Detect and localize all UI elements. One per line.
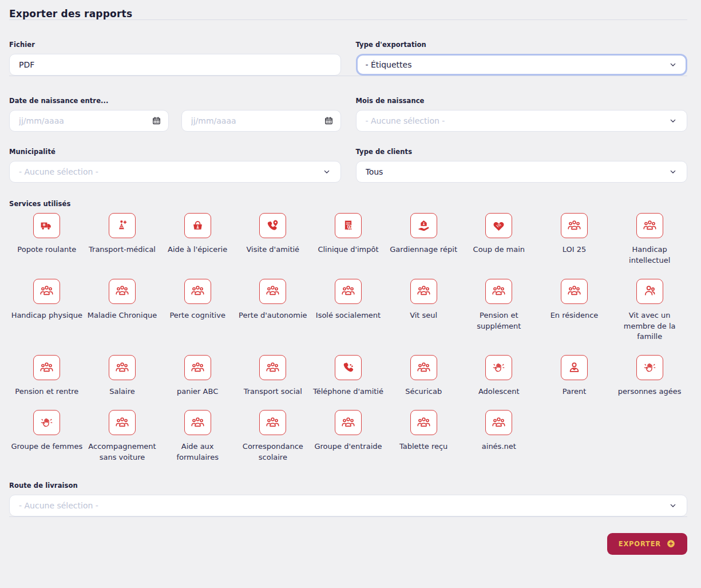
service-label: Perte cognitive [168,310,227,321]
birthdate-row: Date de naissance entre... Mois de naiss… [9,97,687,132]
date-end-input[interactable] [181,110,341,132]
people-group-icon [561,213,588,238]
service-item[interactable]: Vit seul [386,279,461,343]
route-livraison-label: Route de livraison [9,482,687,490]
type-clients-label: Type de clients [356,148,688,156]
field-type-clients: Type de clients Tous [356,148,688,183]
service-label: Aide aux formulaires [160,441,235,463]
people-group-icon [335,279,362,304]
chevron-down-icon [668,501,678,510]
type-exportation-value: - Étiquettes [366,60,412,69]
service-item[interactable]: Groupe d'entraide [311,410,386,463]
service-item[interactable]: Aide aux formulaires [160,410,235,463]
service-item[interactable]: Accompagnement sans voiture [85,410,160,463]
service-item[interactable]: Perte d'autonomie [235,279,311,343]
services-label: Services utilisés [9,200,687,208]
type-clients-value: Tous [366,167,383,176]
service-label: Pension et rentre [14,386,80,397]
service-item[interactable]: Groupe de femmes [9,410,85,463]
mois-naissance-value: - Aucune sélection - [366,116,445,125]
service-item[interactable]: Sécuricab [386,355,461,397]
service-item[interactable]: ainés.net [461,410,537,463]
service-item[interactable]: Gardiennage répit [386,213,461,266]
municipalite-select[interactable]: - Aucune sélection - [9,161,341,183]
service-label: Parent [561,386,588,397]
service-item[interactable]: personnes agées [612,355,687,397]
fichier-label: Fichier [9,41,341,49]
service-item[interactable]: panier ABC [160,355,235,397]
type-exportation-select[interactable]: - Étiquettes [356,54,688,76]
field-type-exportation: Type d'exportation - Étiquettes [356,41,688,76]
service-item[interactable]: Handicap physique [9,279,85,343]
date-end-wrap [181,110,341,132]
person-icon [561,355,588,380]
people-group-icon [636,213,663,238]
service-label: ainés.net [481,441,517,452]
route-livraison-select[interactable]: - Aucune sélection - [9,495,687,516]
services-section: Services utilisés Popote roulanteTranspo… [9,200,687,463]
service-item[interactable]: Aide à l'épicerie [160,213,235,266]
fichier-input[interactable] [9,54,341,76]
chevron-down-icon [668,116,678,125]
people-group-icon [109,355,136,380]
service-label: Salaire [108,386,136,397]
people-group-icon [33,279,60,304]
service-item[interactable]: Maladie Chronique [85,279,160,343]
service-label: Accompagnement sans voiture [85,441,160,463]
service-item[interactable]: Coup de main [461,213,537,266]
service-item[interactable]: Pension et rentre [9,355,85,397]
service-label: Perte d'autonomie [237,310,308,321]
people-group-icon [184,355,211,380]
service-label: Adolescent [477,386,521,397]
medical-person-icon [109,213,136,238]
service-item[interactable]: Pension et supplément [461,279,537,343]
municipalite-value: - Aucune sélection - [19,167,98,176]
export-button-label: EXPORTER [619,540,661,548]
divider [9,19,687,20]
service-label: panier ABC [176,386,219,397]
service-item[interactable]: Transport-médical [85,213,160,266]
service-label: Aide à l'épicerie [167,244,228,255]
mois-naissance-select[interactable]: - Aucune sélection - [356,110,688,132]
service-item[interactable]: Handicap intellectuel [612,213,687,266]
people-group-icon [184,410,211,435]
service-label: Isolé socialement [315,310,382,321]
service-item[interactable]: Isolé socialement [311,279,386,343]
people-group-icon [259,410,286,435]
service-item[interactable]: Adolescent [461,355,537,397]
people-group-icon [410,355,437,380]
service-item[interactable]: Téléphone d'amitié [311,355,386,397]
service-item[interactable]: Clinique d'impôt [311,213,386,266]
service-label: Maladie Chronique [86,310,158,321]
raised-hand-icon [485,355,512,380]
route-livraison-value: - Aucune sélection - [19,501,98,510]
service-item[interactable]: En résidence [537,279,612,343]
service-label: Sécuricab [404,386,443,397]
service-label: personnes agées [617,386,683,397]
service-item[interactable]: Parent [537,355,612,397]
people-group-icon [410,410,437,435]
service-label: Transport-médical [88,244,157,255]
service-item[interactable]: Transport social [235,355,311,397]
service-label: Vit seul [409,310,438,321]
service-item[interactable]: Perte cognitive [160,279,235,343]
service-item[interactable]: LOI 25 [537,213,612,266]
service-item[interactable]: Popote roulante [9,213,85,266]
raised-hand-icon [636,355,663,380]
file-export-row: Fichier Type d'exportation - Étiquettes [9,41,687,76]
service-item[interactable]: Tablette reçu [386,410,461,463]
service-item[interactable]: Visite d'amitié [235,213,311,266]
service-item[interactable]: Salaire [85,355,160,397]
type-clients-select[interactable]: Tous [356,161,688,183]
plus-circle-icon [666,539,676,548]
service-item[interactable]: Vit avec un membre de la famille [612,279,687,343]
service-item[interactable]: Correspondance scolaire [235,410,311,463]
people-group-icon [259,279,286,304]
people-group-icon [485,410,512,435]
field-route-livraison: Route de livraison - Aucune sélection - [9,482,687,516]
type-exportation-label: Type d'exportation [356,41,688,49]
export-button[interactable]: EXPORTER [607,533,687,555]
people-group-icon [335,410,362,435]
date-start-input[interactable] [9,110,169,132]
basket-icon [184,213,211,238]
